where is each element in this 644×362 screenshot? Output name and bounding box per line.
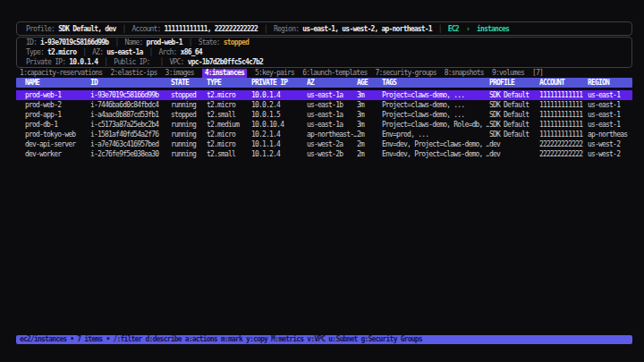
shortcut-mark: m:mark bbox=[221, 335, 242, 343]
cell-name: prod-web-1 bbox=[25, 90, 90, 100]
cell-region: us-east-1 bbox=[588, 120, 632, 130]
tab-security-groups[interactable]: 7:security-groups bbox=[375, 69, 436, 78]
cell-state: running bbox=[171, 139, 207, 149]
table-row[interactable]: prod-app-1i-a4aac0b887cd53fb1stoppedt2.s… bbox=[16, 110, 632, 120]
instance-detail-panel: ID:i-93e7019c58166d99b│Name:prod-web-1│S… bbox=[16, 37, 632, 68]
separator: • bbox=[70, 335, 73, 343]
detail-name-value: prod-web-1 bbox=[147, 38, 182, 46]
cell-type: t2.micro bbox=[207, 90, 251, 100]
cell-account: 222222222222 bbox=[539, 149, 588, 159]
tab-key-pairs[interactable]: 5:key-pairs bbox=[255, 69, 294, 78]
cell-type: t2.micro bbox=[207, 130, 251, 139]
detail-private-ip-value: 10.0.1.4 bbox=[69, 58, 97, 66]
tab-volumes[interactable]: 9:volumes bbox=[492, 69, 524, 78]
cell-region: ap-northeas bbox=[588, 130, 632, 139]
cell-tags: Env=prod, ... bbox=[382, 130, 489, 139]
column-header-tags: TAGS bbox=[382, 78, 489, 88]
profile-label: Profile: bbox=[26, 25, 55, 33]
table-header: NAMEIDSTATETYPEPRIVATE IPAZAGETAGSPROFIL… bbox=[16, 78, 632, 88]
cell-state: running bbox=[171, 120, 207, 130]
shortcut-describe: d:describe bbox=[146, 335, 182, 343]
tab-images[interactable]: 3:images bbox=[165, 69, 194, 78]
cell-tags: Env=dev, Project=claws-demo, … bbox=[382, 149, 489, 159]
cell-az: us-west-2b bbox=[307, 149, 357, 159]
cell-state: running bbox=[171, 100, 207, 110]
tab-elastic-ips[interactable]: 2:elastic-ips bbox=[110, 69, 157, 78]
cell-profile: SDK Default bbox=[489, 100, 539, 110]
column-header-az: AZ bbox=[307, 78, 357, 88]
cell-account: 222222222222 bbox=[539, 139, 588, 149]
detail-vpc-value: vpc-1b7d2b0ffc5c4c7b2 bbox=[188, 58, 263, 66]
tab-launch-templates[interactable]: 6:launch-templates bbox=[302, 69, 367, 78]
table-row[interactable]: dev-workeri-2c76fe9f5e038ea30runningt2.s… bbox=[16, 149, 632, 159]
detail-id-value: i-93e7019c58166d99b bbox=[40, 38, 108, 46]
cell-profile: SDK Default bbox=[489, 130, 539, 139]
cell-region: us-west-2 bbox=[588, 139, 632, 149]
cell-state: running bbox=[171, 149, 207, 159]
column-header-type: TYPE bbox=[207, 78, 251, 88]
table-row[interactable]: dev-api-serveri-a7e7463c416957bedrunning… bbox=[16, 139, 632, 149]
detail-arch-label: Arch: bbox=[159, 48, 177, 56]
cell-private-ip: 10.0.10.4 bbox=[251, 120, 307, 130]
account-label: Account: bbox=[131, 25, 160, 33]
cell-profile: dev bbox=[489, 149, 539, 159]
table-row[interactable]: prod-db-1i-c5173a87a25ebc2b4runningt2.me… bbox=[16, 120, 632, 130]
cell-name: prod-db-1 bbox=[25, 120, 90, 130]
column-header-region: REGION bbox=[588, 78, 632, 88]
cell-tags: Project=claws-demo, Role=db, … bbox=[382, 120, 489, 130]
profile-info: Profile:SDK Default, dev bbox=[26, 25, 115, 33]
cell-az: us-east-1a bbox=[307, 110, 357, 120]
shortcut-subnet: u:Subnet bbox=[328, 335, 357, 343]
cell-profile: SDK Default bbox=[489, 90, 539, 100]
detail-line-2: Type:t2.micro│AZ:us-east-1a│Arch:x86_64 bbox=[26, 47, 623, 57]
detail-line-1: ID:i-93e7019c58166d99b│Name:prod-web-1│S… bbox=[26, 38, 623, 47]
cell-age: 3m bbox=[357, 110, 382, 120]
tab-capacity-reservations[interactable]: 1:capacity-reservations bbox=[20, 69, 102, 78]
shortcut-actions: a:actions bbox=[185, 335, 217, 343]
separator: │ bbox=[189, 38, 192, 46]
cell-private-ip: 10.0.1.5 bbox=[251, 110, 307, 120]
tab-instances[interactable]: 4:instances bbox=[202, 69, 247, 78]
cell-type: t2.small bbox=[207, 110, 251, 120]
separator: │ bbox=[160, 58, 164, 66]
cell-name: prod-app-1 bbox=[25, 110, 90, 120]
cell-name: prod-tokyo-web bbox=[25, 130, 90, 139]
cell-az: us-east-1a bbox=[307, 90, 357, 100]
cell-profile: dev bbox=[489, 139, 539, 149]
cell-state: stopped bbox=[171, 110, 207, 120]
column-header-age: AGE bbox=[357, 78, 382, 88]
status-context: ec2/instances bbox=[20, 335, 66, 343]
column-header-private-ip: PRIVATE IP bbox=[251, 78, 307, 88]
cell-private-ip: 10.2.1.4 bbox=[251, 130, 307, 139]
cell-age: 2m bbox=[357, 139, 382, 149]
table-body: prod-web-1i-93e7019c58166d99bstoppedt2.m… bbox=[16, 90, 632, 159]
detail-line-3: Private IP:10.0.1.4│Public IP:│VPC:vpc-1… bbox=[26, 57, 623, 67]
detail-state-value: stopped bbox=[224, 38, 249, 46]
shortcut-metrics: M:metrics bbox=[271, 335, 303, 343]
cell-private-ip: 10.0.1.4 bbox=[251, 90, 307, 100]
cell-tags: Env=dev, Project=claws-demo, … bbox=[382, 139, 489, 149]
cell-age: 3m bbox=[357, 100, 382, 110]
table-row[interactable]: prod-web-1i-93e7019c58166d99bstoppedt2.m… bbox=[16, 90, 632, 100]
cell-private-ip: 10.0.2.4 bbox=[251, 100, 307, 110]
detail-private-ip-label: Private IP: bbox=[26, 58, 65, 66]
column-header-name: NAME bbox=[25, 78, 90, 88]
tab-snapshots[interactable]: 8:snapshots bbox=[445, 69, 484, 78]
cell-account: 111111111111 bbox=[539, 120, 588, 130]
breadcrumb-service: EC2 bbox=[448, 25, 459, 33]
cell-id: i-93e7019c58166d99b bbox=[90, 90, 171, 100]
cell-private-ip: 10.1.2.4 bbox=[251, 149, 307, 159]
detail-arch-value: x86_64 bbox=[181, 48, 202, 56]
column-header-account: ACCOUNT bbox=[539, 78, 588, 88]
cell-region: us-east-1 bbox=[588, 110, 632, 120]
separator: • bbox=[106, 335, 109, 343]
column-header-id: ID bbox=[90, 78, 171, 88]
table-row[interactable]: prod-tokyo-webi-1581af40fd54a2f76running… bbox=[16, 130, 632, 139]
cell-state: running bbox=[171, 130, 207, 139]
profile-value: SDK Default, dev bbox=[58, 25, 115, 33]
cell-id: i-2c76fe9f5e038ea30 bbox=[90, 149, 171, 159]
resource-table: NAMEIDSTATETYPEPRIVATE IPAZAGETAGSPROFIL… bbox=[16, 78, 632, 159]
region-label: Region: bbox=[274, 25, 299, 33]
table-row[interactable]: prod-web-2i-7446ba6d0c84fbdc4runningt2.m… bbox=[16, 100, 632, 110]
cell-account: 111111111111 bbox=[539, 90, 588, 100]
